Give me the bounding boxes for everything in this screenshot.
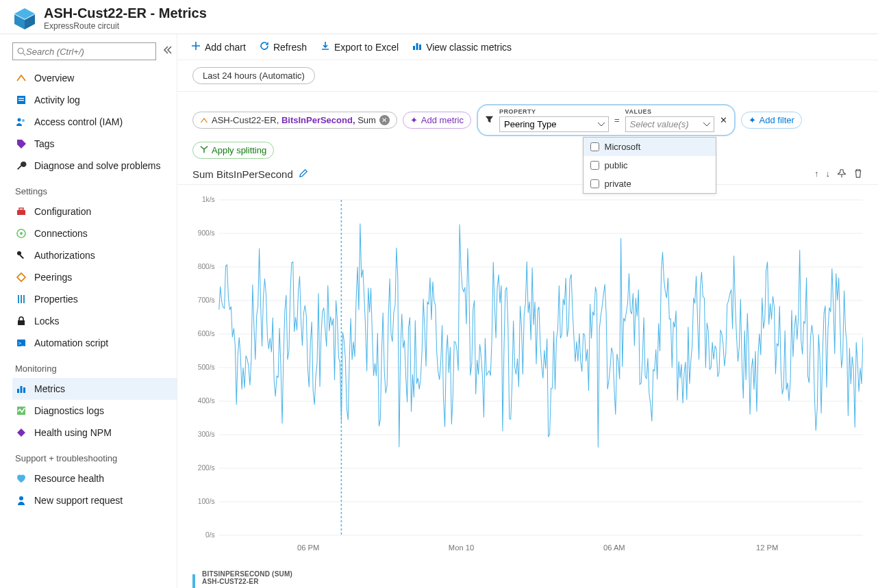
main-content: Add chart Refresh Export to Excel View c… (177, 34, 878, 588)
svg-point-3 (18, 48, 23, 53)
bar-chart-icon (412, 41, 422, 53)
funnel-icon (485, 115, 494, 126)
svg-rect-16 (18, 295, 19, 303)
svg-rect-28 (416, 43, 418, 50)
chart-legend: BITSINPERSECOND (SUM) ASH-CUST22-ER 779.… (177, 569, 878, 588)
nav-configuration[interactable]: Configuration (12, 201, 177, 222)
add-chart-button[interactable]: Add chart (191, 41, 246, 53)
svg-rect-23 (21, 386, 23, 393)
toolbox-icon (15, 205, 27, 218)
page-title: ASH-Cust22-ER - Metrics (44, 5, 207, 21)
metric-filter-row: ASH-Cust22-ER, BitsInPerSecond, Sum ✕ ✦A… (177, 92, 878, 166)
chart-title-row: Sum BitsInPerSecond ↑ ↓ (177, 166, 878, 185)
remove-metric-button[interactable]: ✕ (379, 115, 390, 125)
add-filter-button[interactable]: ✦Add filter (741, 112, 802, 129)
nav-peerings[interactable]: Peerings (12, 266, 177, 288)
svg-line-4 (23, 53, 26, 55)
svg-text:500/s: 500/s (198, 363, 215, 371)
tag-icon (15, 138, 27, 150)
property-filter: Property Peering Type = Values Select va… (477, 104, 736, 136)
nav-metrics[interactable]: Metrics (12, 378, 177, 400)
command-bar: Add chart Refresh Export to Excel View c… (177, 34, 878, 60)
nav-properties[interactable]: Properties (12, 288, 177, 310)
refresh-button[interactable]: Refresh (260, 41, 307, 53)
diag-logs-icon (15, 405, 27, 417)
nav-activity-log[interactable]: Activity log (12, 89, 177, 111)
svg-rect-18 (23, 295, 25, 303)
script-icon: >_ (15, 337, 27, 349)
nav-overview[interactable]: Overview (12, 67, 177, 89)
move-up-button[interactable]: ↑ (814, 168, 819, 180)
support-icon (15, 494, 27, 507)
export-excel-button[interactable]: Export to Excel (321, 41, 399, 53)
nav-authorizations[interactable]: Authorizations (12, 244, 177, 266)
remove-filter-button[interactable]: ✕ (720, 115, 727, 125)
lock-icon (15, 315, 27, 327)
nav-section-support: Support + troubleshooting (15, 453, 177, 463)
nav-automation-script[interactable]: >_Automation script (12, 332, 177, 354)
apply-splitting-button[interactable]: Apply splitting (192, 142, 274, 159)
search-input[interactable] (26, 47, 151, 57)
nav-section-settings: Settings (15, 186, 177, 196)
nav-section-monitoring: Monitoring (15, 363, 177, 374)
sparkle-icon: ✦ (410, 115, 418, 125)
svg-text:900/s: 900/s (198, 229, 215, 237)
nav-connections[interactable]: Connections (12, 222, 177, 244)
svg-rect-27 (413, 46, 415, 50)
values-select[interactable]: Select value(s) (625, 116, 714, 132)
metrics-icon (15, 383, 27, 395)
svg-rect-6 (18, 98, 24, 99)
svg-text:200/s: 200/s (198, 464, 215, 472)
delete-chart-button[interactable] (853, 168, 863, 180)
nav-health-npm[interactable]: Health using NPM (12, 422, 177, 444)
metric-pill[interactable]: ASH-Cust22-ER, BitsInPerSecond, Sum ✕ (192, 112, 397, 129)
svg-rect-17 (21, 295, 22, 303)
values-option-public[interactable]: public (584, 156, 716, 175)
sidebar-search[interactable] (12, 42, 156, 60)
nav-access-control[interactable]: Access control (IAM) (12, 111, 177, 133)
search-icon (17, 47, 26, 56)
values-option-microsoft[interactable]: Microsoft (584, 138, 716, 156)
legend-value: 779.31 (202, 585, 248, 588)
edit-title-button[interactable] (299, 168, 308, 180)
view-classic-button[interactable]: View classic metrics (412, 41, 512, 53)
nav-new-support[interactable]: New support request (12, 489, 177, 511)
key-icon (15, 249, 27, 261)
chart-canvas[interactable]: 0/s100/s200/s300/s400/s500/s600/s700/s80… (177, 185, 878, 569)
legend-resource: ASH-CUST22-ER (202, 578, 292, 585)
chart-title: Sum BitsInPerSecond (192, 168, 293, 180)
collapse-sidebar-button[interactable] (163, 45, 173, 57)
svg-text:0/s: 0/s (205, 531, 215, 539)
connections-icon (15, 227, 27, 240)
svg-text:600/s: 600/s (198, 330, 215, 337)
svg-text:1k/s: 1k/s (202, 196, 215, 203)
nav-tags[interactable]: Tags (12, 133, 177, 155)
svg-rect-15 (20, 255, 24, 259)
svg-point-26 (19, 496, 23, 500)
time-range-pill[interactable]: Last 24 hours (Automatic) (192, 67, 315, 84)
svg-text:12 PM: 12 PM (756, 544, 778, 552)
pin-button[interactable] (837, 168, 846, 180)
svg-rect-10 (17, 210, 25, 215)
legend-swatch (192, 574, 195, 588)
svg-rect-7 (18, 100, 24, 101)
nav-diagnose[interactable]: Diagnose and solve problems (12, 155, 177, 177)
download-icon (321, 41, 330, 53)
plus-icon (191, 41, 201, 53)
values-dropdown: Microsoft public private (583, 137, 716, 194)
property-label: Property (499, 108, 609, 115)
health-icon (15, 472, 27, 485)
metric-icon (200, 116, 208, 125)
svg-rect-24 (23, 387, 25, 393)
svg-rect-22 (17, 389, 19, 393)
move-down-button[interactable]: ↓ (826, 168, 831, 180)
values-option-private[interactable]: private (584, 175, 716, 193)
nav-diagnostics-logs[interactable]: Diagnostics logs (12, 400, 177, 422)
property-select[interactable]: Peering Type (499, 116, 609, 132)
add-metric-button[interactable]: ✦Add metric (403, 112, 471, 129)
values-label: Values (625, 108, 714, 115)
svg-text:400/s: 400/s (198, 397, 215, 405)
nav-resource-health[interactable]: Resource health (12, 468, 177, 489)
properties-icon (15, 293, 27, 305)
nav-locks[interactable]: Locks (12, 310, 177, 332)
